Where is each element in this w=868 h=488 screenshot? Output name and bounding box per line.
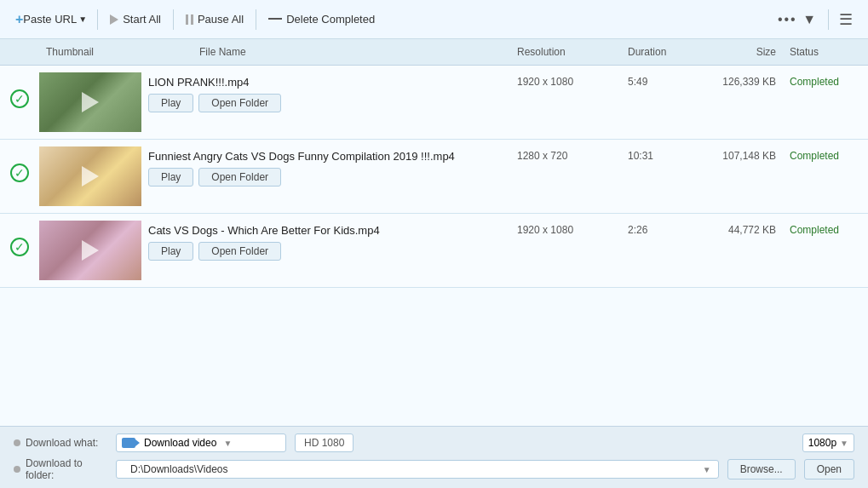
hamburger-icon: ☰ (839, 11, 853, 28)
col-resolution: Resolution (510, 44, 621, 60)
size-3: 44,772 KB (698, 221, 783, 239)
path-select[interactable]: D:\Downloads\Videos ▼ (116, 460, 719, 479)
resolution-1: 1920 x 1080 (510, 72, 621, 91)
size-2: 107,148 KB (698, 146, 783, 165)
paste-url-button[interactable]: + Paste URL ▼ (9, 8, 94, 32)
delete-completed-button[interactable]: Delete Completed (260, 9, 383, 30)
filename-3: Cats VS Dogs - Which Are Better For Kids… (148, 221, 503, 237)
pause-all-label: Pause All (198, 13, 244, 26)
table-row: ✓ LION PRANK!!!.mp4 Play Open Folder 192… (0, 66, 868, 140)
duration-3: 2:26 (621, 221, 698, 239)
thumbnail-2 (39, 146, 141, 206)
download-to-label: Download to folder: (14, 457, 107, 481)
paste-url-dropdown-icon: ▼ (78, 14, 87, 24)
duration-2: 10:31 (621, 146, 698, 165)
col-size: Size (698, 44, 783, 60)
bottom-bar: Download what: Download video ▼ HD 1080 … (0, 426, 868, 488)
quality-value: 1080p (808, 437, 836, 449)
col-duration: Duration (621, 44, 698, 60)
row-check-1: ✓ (0, 72, 39, 108)
thumbnail-placeholder-1 (39, 72, 141, 132)
status-3: Completed (783, 221, 868, 239)
pause-all-button[interactable]: Pause All (177, 9, 252, 30)
download-what-select[interactable]: Download video ▼ (116, 433, 286, 452)
row-info-3: Cats VS Dogs - Which Are Better For Kids… (141, 221, 510, 261)
download-what-dot (14, 439, 20, 446)
thumbnail-placeholder-3 (39, 221, 141, 280)
row-check-2: ✓ (0, 146, 39, 182)
download-to-dot (14, 466, 20, 473)
resolution-2: 1280 x 720 (510, 146, 621, 165)
open-folder-button-3[interactable]: Open Folder (198, 242, 281, 261)
table-body: ✓ LION PRANK!!!.mp4 Play Open Folder 192… (0, 66, 868, 426)
thumb-play-icon-1 (82, 92, 99, 112)
status-2: Completed (783, 146, 868, 165)
completed-check-icon-2: ✓ (10, 164, 29, 182)
row-info-2: Funniest Angry Cats VS Dogs Funny Compil… (141, 146, 510, 187)
play-button-3[interactable]: Play (148, 242, 193, 261)
download-what-arrow-icon: ▼ (223, 439, 232, 448)
divider-2 (173, 9, 174, 30)
start-all-icon (110, 14, 118, 25)
more-options-button[interactable]: ••• ▼ (771, 8, 825, 32)
play-button-1[interactable]: Play (148, 94, 193, 112)
filename-1: LION PRANK!!!.mp4 (148, 72, 503, 89)
toolbar: + Paste URL ▼ Start All Pause All Delete… (0, 0, 868, 39)
play-button-2[interactable]: Play (148, 168, 193, 187)
download-what-value: Download video (144, 437, 216, 449)
row-info-1: LION PRANK!!!.mp4 Play Open Folder (141, 72, 510, 112)
open-folder-button-1[interactable]: Open Folder (198, 94, 281, 112)
download-what-row: Download what: Download video ▼ HD 1080 … (14, 433, 854, 452)
filename-2: Funniest Angry Cats VS Dogs Funny Compil… (148, 146, 503, 163)
plus-icon: + (15, 12, 23, 27)
completed-check-icon-1: ✓ (10, 89, 29, 108)
divider-1 (97, 9, 98, 30)
browse-button[interactable]: Browse... (727, 459, 796, 479)
status-1: Completed (783, 72, 868, 91)
quality-arrow-icon: ▼ (840, 439, 848, 448)
download-to-row: Download to folder: D:\Downloads\Videos … (14, 457, 854, 481)
col-status: Status (783, 44, 868, 60)
path-arrow-icon: ▼ (703, 465, 711, 474)
download-what-label: Download what: (14, 437, 107, 449)
quality-label: HD 1080 (295, 433, 354, 452)
table-row: ✓ Cats VS Dogs - Which Are Better For Ki… (0, 214, 868, 288)
divider-4 (828, 9, 829, 30)
completed-check-icon-3: ✓ (10, 238, 29, 256)
thumb-play-icon-2 (82, 166, 99, 187)
more-options-icon: ••• ▼ (778, 12, 818, 26)
quality-select[interactable]: 1080p ▼ (802, 433, 854, 452)
size-1: 126,339 KB (698, 72, 783, 91)
row-check-3: ✓ (0, 221, 39, 256)
open-button[interactable]: Open (804, 459, 854, 479)
thumbnail-placeholder-2 (39, 146, 141, 206)
col-thumbnail: Thumbnail (39, 44, 193, 60)
row-actions-3: Play Open Folder (148, 242, 503, 261)
delete-completed-icon (268, 18, 282, 20)
table-row: ✓ Funniest Angry Cats VS Dogs Funny Comp… (0, 140, 868, 214)
start-all-button[interactable]: Start All (101, 9, 170, 30)
delete-completed-label: Delete Completed (286, 13, 375, 26)
video-icon (122, 438, 135, 448)
divider-3 (256, 9, 256, 30)
thumbnail-1 (39, 72, 141, 132)
paste-url-label: Paste URL (23, 13, 77, 26)
thumb-play-icon-3 (82, 240, 99, 261)
pause-all-icon (186, 14, 193, 25)
thumbnail-3 (39, 221, 141, 280)
start-all-label: Start All (123, 13, 161, 26)
table-header: Thumbnail File Name Resolution Duration … (0, 39, 868, 66)
hamburger-menu-button[interactable]: ☰ (832, 6, 859, 33)
col-filename: File Name (193, 44, 510, 60)
duration-1: 5:49 (621, 72, 698, 91)
main-content: Thumbnail File Name Resolution Duration … (0, 39, 868, 426)
open-folder-button-2[interactable]: Open Folder (198, 168, 281, 187)
download-path: D:\Downloads\Videos (130, 463, 228, 475)
resolution-3: 1920 x 1080 (510, 221, 621, 239)
row-actions-2: Play Open Folder (148, 168, 503, 187)
row-actions-1: Play Open Folder (148, 94, 503, 112)
